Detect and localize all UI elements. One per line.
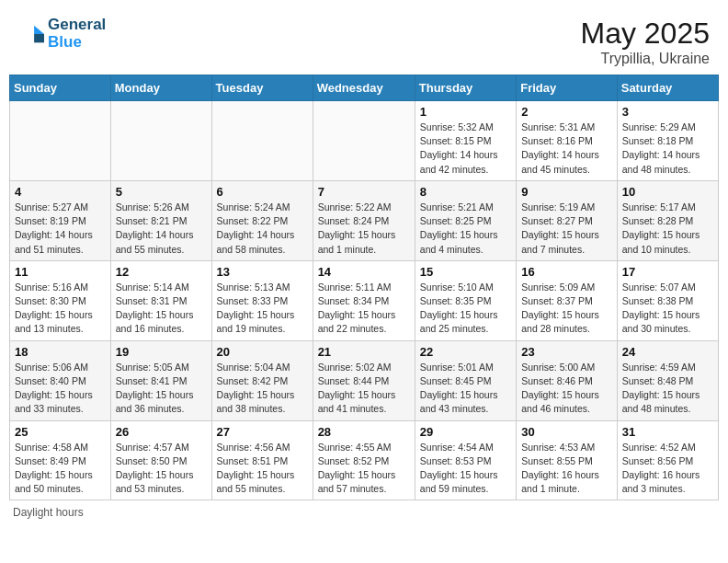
day-info: Sunrise: 5:04 AM Sunset: 8:42 PM Dayligh… xyxy=(217,361,308,417)
day-number: 3 xyxy=(622,105,713,119)
day-number: 21 xyxy=(318,345,410,359)
footer-note: Daylight hours xyxy=(9,506,719,519)
day-number: 5 xyxy=(116,185,207,199)
calendar-cell: 17Sunrise: 5:07 AM Sunset: 8:38 PM Dayli… xyxy=(617,260,718,340)
day-number: 8 xyxy=(420,185,511,199)
logo-text-blue: Blue xyxy=(48,34,106,52)
day-info: Sunrise: 5:02 AM Sunset: 8:44 PM Dayligh… xyxy=(318,361,410,417)
calendar-cell: 18Sunrise: 5:06 AM Sunset: 8:40 PM Dayli… xyxy=(10,340,111,420)
calendar-cell: 22Sunrise: 5:01 AM Sunset: 8:45 PM Dayli… xyxy=(415,340,516,420)
calendar-cell xyxy=(211,101,313,181)
calendar-cell: 25Sunrise: 4:58 AM Sunset: 8:49 PM Dayli… xyxy=(10,420,111,500)
calendar-cell: 29Sunrise: 4:54 AM Sunset: 8:53 PM Dayli… xyxy=(415,420,516,500)
calendar-cell: 16Sunrise: 5:09 AM Sunset: 8:37 PM Dayli… xyxy=(517,260,618,340)
calendar-cell: 15Sunrise: 5:10 AM Sunset: 8:35 PM Dayli… xyxy=(415,260,516,340)
day-info: Sunrise: 4:54 AM Sunset: 8:53 PM Dayligh… xyxy=(420,441,511,497)
calendar-cell: 2Sunrise: 5:31 AM Sunset: 8:16 PM Daylig… xyxy=(517,101,618,181)
calendar-week-1: 4Sunrise: 5:27 AM Sunset: 8:19 PM Daylig… xyxy=(10,180,719,260)
calendar-cell: 8Sunrise: 5:21 AM Sunset: 8:25 PM Daylig… xyxy=(415,180,516,260)
day-info: Sunrise: 5:01 AM Sunset: 8:45 PM Dayligh… xyxy=(420,361,511,417)
day-info: Sunrise: 5:10 AM Sunset: 8:35 PM Dayligh… xyxy=(420,281,511,337)
day-number: 10 xyxy=(622,185,713,199)
day-number: 14 xyxy=(318,265,410,279)
day-number: 4 xyxy=(15,185,106,199)
calendar-week-4: 25Sunrise: 4:58 AM Sunset: 8:49 PM Dayli… xyxy=(10,420,719,500)
weekday-header-wednesday: Wednesday xyxy=(313,75,415,101)
calendar-week-2: 11Sunrise: 5:16 AM Sunset: 8:30 PM Dayli… xyxy=(10,260,719,340)
calendar-cell: 19Sunrise: 5:05 AM Sunset: 8:41 PM Dayli… xyxy=(110,340,211,420)
day-number: 6 xyxy=(217,185,308,199)
day-number: 25 xyxy=(15,425,106,439)
logo: General Blue xyxy=(18,17,106,51)
day-info: Sunrise: 5:11 AM Sunset: 8:34 PM Dayligh… xyxy=(318,281,410,337)
day-info: Sunrise: 5:29 AM Sunset: 8:18 PM Dayligh… xyxy=(622,121,713,177)
day-info: Sunrise: 5:22 AM Sunset: 8:24 PM Dayligh… xyxy=(318,201,410,257)
day-number: 27 xyxy=(217,425,308,439)
day-info: Sunrise: 4:52 AM Sunset: 8:56 PM Dayligh… xyxy=(622,441,713,497)
calendar-cell: 10Sunrise: 5:17 AM Sunset: 8:28 PM Dayli… xyxy=(617,180,718,260)
calendar-cell: 1Sunrise: 5:32 AM Sunset: 8:15 PM Daylig… xyxy=(415,101,516,181)
day-number: 30 xyxy=(521,425,612,439)
calendar-cell: 31Sunrise: 4:52 AM Sunset: 8:56 PM Dayli… xyxy=(617,420,718,500)
weekday-header-thursday: Thursday xyxy=(415,75,516,101)
logo-icon xyxy=(18,21,44,47)
day-info: Sunrise: 4:56 AM Sunset: 8:51 PM Dayligh… xyxy=(217,441,308,497)
day-info: Sunrise: 5:27 AM Sunset: 8:19 PM Dayligh… xyxy=(15,201,106,257)
day-info: Sunrise: 5:31 AM Sunset: 8:16 PM Dayligh… xyxy=(521,121,612,177)
day-info: Sunrise: 5:17 AM Sunset: 8:28 PM Dayligh… xyxy=(622,201,713,257)
calendar-cell: 12Sunrise: 5:14 AM Sunset: 8:31 PM Dayli… xyxy=(110,260,211,340)
calendar-cell: 14Sunrise: 5:11 AM Sunset: 8:34 PM Dayli… xyxy=(313,260,415,340)
calendar-cell: 24Sunrise: 4:59 AM Sunset: 8:48 PM Dayli… xyxy=(617,340,718,420)
title-block: May 2025 Trypillia, Ukraine xyxy=(580,17,710,67)
day-number: 19 xyxy=(116,345,207,359)
day-number: 20 xyxy=(217,345,308,359)
day-info: Sunrise: 4:59 AM Sunset: 8:48 PM Dayligh… xyxy=(622,361,713,417)
calendar-cell xyxy=(313,101,415,181)
day-info: Sunrise: 5:09 AM Sunset: 8:37 PM Dayligh… xyxy=(521,281,612,337)
day-info: Sunrise: 5:24 AM Sunset: 8:22 PM Dayligh… xyxy=(217,201,308,257)
calendar-cell: 21Sunrise: 5:02 AM Sunset: 8:44 PM Dayli… xyxy=(313,340,415,420)
day-number: 22 xyxy=(420,345,511,359)
calendar-cell: 11Sunrise: 5:16 AM Sunset: 8:30 PM Dayli… xyxy=(10,260,111,340)
weekday-header-friday: Friday xyxy=(517,75,618,101)
calendar-cell: 3Sunrise: 5:29 AM Sunset: 8:18 PM Daylig… xyxy=(617,101,718,181)
calendar-cell: 26Sunrise: 4:57 AM Sunset: 8:50 PM Dayli… xyxy=(110,420,211,500)
day-number: 29 xyxy=(420,425,511,439)
day-info: Sunrise: 5:19 AM Sunset: 8:27 PM Dayligh… xyxy=(521,201,612,257)
calendar-header-row: SundayMondayTuesdayWednesdayThursdayFrid… xyxy=(10,75,719,101)
day-number: 2 xyxy=(521,105,612,119)
day-info: Sunrise: 5:00 AM Sunset: 8:46 PM Dayligh… xyxy=(521,361,612,417)
day-info: Sunrise: 5:05 AM Sunset: 8:41 PM Dayligh… xyxy=(116,361,207,417)
day-info: Sunrise: 4:53 AM Sunset: 8:55 PM Dayligh… xyxy=(521,441,612,497)
day-number: 7 xyxy=(318,185,410,199)
month-year: May 2025 xyxy=(580,17,710,51)
calendar-cell: 13Sunrise: 5:13 AM Sunset: 8:33 PM Dayli… xyxy=(211,260,313,340)
location: Trypillia, Ukraine xyxy=(580,51,710,67)
day-number: 12 xyxy=(116,265,207,279)
calendar-cell xyxy=(10,101,111,181)
day-info: Sunrise: 5:07 AM Sunset: 8:38 PM Dayligh… xyxy=(622,281,713,337)
day-info: Sunrise: 5:14 AM Sunset: 8:31 PM Dayligh… xyxy=(116,281,207,337)
day-info: Sunrise: 4:57 AM Sunset: 8:50 PM Dayligh… xyxy=(116,441,207,497)
calendar-cell: 5Sunrise: 5:26 AM Sunset: 8:21 PM Daylig… xyxy=(110,180,211,260)
day-number: 18 xyxy=(15,345,106,359)
day-number: 31 xyxy=(622,425,713,439)
weekday-header-tuesday: Tuesday xyxy=(211,75,313,101)
day-number: 11 xyxy=(15,265,106,279)
calendar-table: SundayMondayTuesdayWednesdayThursdayFrid… xyxy=(9,75,719,500)
day-info: Sunrise: 5:26 AM Sunset: 8:21 PM Dayligh… xyxy=(116,201,207,257)
calendar-cell: 4Sunrise: 5:27 AM Sunset: 8:19 PM Daylig… xyxy=(10,180,111,260)
calendar-cell: 9Sunrise: 5:19 AM Sunset: 8:27 PM Daylig… xyxy=(517,180,618,260)
day-number: 9 xyxy=(521,185,612,199)
day-number: 17 xyxy=(622,265,713,279)
day-info: Sunrise: 5:21 AM Sunset: 8:25 PM Dayligh… xyxy=(420,201,511,257)
day-number: 1 xyxy=(420,105,511,119)
day-info: Sunrise: 5:16 AM Sunset: 8:30 PM Dayligh… xyxy=(15,281,106,337)
weekday-header-sunday: Sunday xyxy=(10,75,111,101)
day-number: 23 xyxy=(521,345,612,359)
weekday-header-monday: Monday xyxy=(110,75,211,101)
calendar-cell: 30Sunrise: 4:53 AM Sunset: 8:55 PM Dayli… xyxy=(517,420,618,500)
calendar-cell: 7Sunrise: 5:22 AM Sunset: 8:24 PM Daylig… xyxy=(313,180,415,260)
logo-text-general: General xyxy=(48,17,106,34)
calendar-week-0: 1Sunrise: 5:32 AM Sunset: 8:15 PM Daylig… xyxy=(10,101,719,181)
